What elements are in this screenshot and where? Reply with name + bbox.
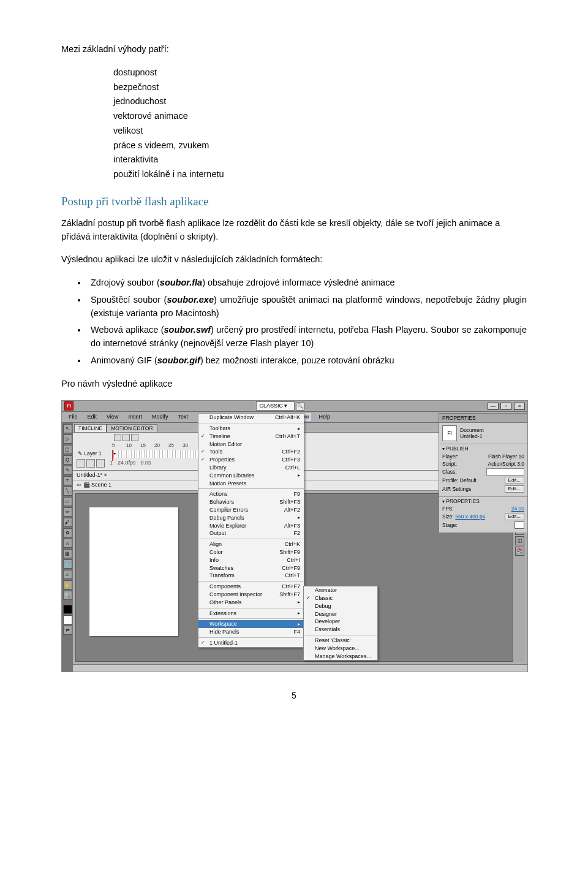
menu-item-tools[interactable]: ToolsCtrl+F2	[198, 448, 304, 456]
current-frame: 1	[110, 460, 113, 466]
menu-item-properties[interactable]: PropertiesCtrl+F3	[198, 456, 304, 464]
menu-item-actions[interactable]: ActionsF9	[198, 490, 304, 498]
menu-item-movie-explorer[interactable]: Movie ExplorerAlt+F3	[198, 522, 304, 530]
advantages-list: dostupnost bezpečnost jednoduchost vekto…	[113, 66, 527, 181]
menu-item-swatches[interactable]: SwatchesCtrl+F9	[198, 564, 304, 572]
fps-value[interactable]: 24.00	[511, 506, 524, 512]
menu-item-components[interactable]: ComponentsCtrl+F7	[198, 583, 304, 591]
lock-icon[interactable]	[123, 434, 130, 441]
text-tool-icon[interactable]: T	[63, 476, 72, 485]
tab-motion-editor[interactable]: MOTION EDITOR	[107, 424, 157, 432]
stroke-color-swatch[interactable]	[63, 605, 72, 614]
fill-color-swatch[interactable]	[63, 615, 72, 624]
eraser-tool-icon[interactable]: ▱	[63, 570, 72, 579]
delete-layer-icon[interactable]	[96, 459, 105, 468]
menu-modify[interactable]: Modify	[150, 413, 170, 421]
workspace-option-classic[interactable]: Classic	[304, 594, 377, 602]
new-folder-icon[interactable]	[86, 459, 95, 468]
line-tool-icon[interactable]: ╲	[63, 487, 72, 496]
menu-help[interactable]: Help	[317, 413, 333, 421]
layer-name[interactable]: ✎ Layer 1	[75, 450, 113, 457]
edit-size-button[interactable]: Edit...	[505, 513, 524, 520]
menu-item-behaviors[interactable]: BehaviorsShift+F3	[198, 498, 304, 506]
eyedropper-tool-icon[interactable]: 💧	[63, 559, 72, 569]
format-item-exe: Spouštěcí soubor (soubor.exe) umožňuje s…	[87, 294, 527, 320]
menu-item-other-panels[interactable]: Other Panels▸	[198, 599, 304, 607]
workspace-option-developer[interactable]: Developer	[304, 618, 377, 626]
menu-item-component-inspector[interactable]: Component InspectorShift+F7	[198, 591, 304, 599]
size-value[interactable]: 550 x 400 px	[455, 514, 485, 520]
deco-tool-icon[interactable]: ✿	[63, 528, 72, 537]
menu-text[interactable]: Text	[176, 413, 190, 421]
properties-section[interactable]: PROPERTIES	[442, 498, 524, 505]
outline-icon[interactable]	[131, 434, 138, 441]
menu-item-workspace[interactable]: Workspace▸	[198, 620, 304, 628]
class-input[interactable]	[486, 468, 524, 476]
menu-item-1-untitled-1[interactable]: 1 Untitled-1	[198, 639, 304, 647]
hand-tool-icon[interactable]: ✋	[63, 580, 72, 589]
lasso-tool-icon[interactable]: Ϙ	[63, 455, 72, 464]
advantage-item: bezpečnost	[113, 81, 527, 94]
menu-item-align[interactable]: AlignCtrl+K	[198, 540, 304, 548]
free-transform-icon[interactable]: ◫	[63, 445, 72, 454]
menu-item-color[interactable]: ColorShift+F9	[198, 548, 304, 556]
new-layer-icon[interactable]	[77, 459, 85, 468]
selection-tool-icon[interactable]: ↖	[63, 424, 72, 433]
menu-item-library[interactable]: LibraryCtrl+L	[198, 464, 304, 472]
canvas[interactable]	[89, 507, 178, 636]
formats-list: Zdrojový soubor (soubor.fla) obsahuje zd…	[61, 276, 527, 368]
workspace-option-animator[interactable]: Animator	[304, 586, 377, 594]
intro-line: Mezi základní výhody patří:	[61, 43, 527, 56]
menu-item-toolbars[interactable]: Toolbars▸	[198, 425, 304, 433]
swap-colors-icon[interactable]: ⇄	[63, 626, 72, 635]
bone-tool-icon[interactable]: ⎌	[63, 539, 72, 548]
workspace-select[interactable]: CLASSIC ▾	[256, 401, 294, 411]
horizontal-scrollbar[interactable]	[73, 664, 527, 672]
restore-button[interactable]: ▫	[500, 403, 511, 410]
menu-insert[interactable]: Insert	[126, 413, 144, 421]
menu-item-common-libraries[interactable]: Common Libraries▸	[198, 472, 304, 480]
tools-panel: ↖ ▷ ◫ Ϙ ✎ T ╲ ▭ ✏ 🖌 ✿ ⎌ ▦ 💧 ▱ ✋ 🔍 ⇄	[62, 423, 73, 672]
close-button[interactable]: ×	[514, 403, 525, 410]
workspace-option-reset-classic-[interactable]: Reset 'Classic'	[304, 637, 377, 645]
menu-item-hide-panels[interactable]: Hide PanelsF4	[198, 628, 304, 636]
menu-item-debug-panels[interactable]: Debug Panels▸	[198, 514, 304, 522]
menu-item-info[interactable]: InfoCtrl+I	[198, 556, 304, 564]
pencil-tool-icon[interactable]: ✏	[63, 507, 72, 517]
transform-panel-icon[interactable]: ◫	[515, 536, 524, 545]
panel-title: PROPERTIES	[439, 414, 527, 423]
menu-item-timeline[interactable]: TimelineCtrl+Alt+T	[198, 433, 304, 441]
paragraph-formats-intro: Výslednou aplikaci lze uložit v následuj…	[61, 253, 527, 267]
menu-item-motion-editor[interactable]: Motion Editor	[198, 441, 304, 449]
rectangle-tool-icon[interactable]: ▭	[63, 497, 72, 506]
library-panel-icon[interactable]: 📚	[515, 547, 524, 556]
menu-edit[interactable]: Edit	[86, 413, 99, 421]
show-hide-icon[interactable]	[114, 434, 121, 441]
zoom-tool-icon[interactable]: 🔍	[63, 591, 72, 600]
subselect-tool-icon[interactable]: ▷	[63, 434, 72, 444]
menu-item-extensions[interactable]: Extensions▸	[198, 610, 304, 618]
workspace-option-new-workspace-[interactable]: New Workspace...	[304, 645, 377, 653]
search-icon[interactable]: 🔍	[296, 402, 304, 411]
edit-air-button[interactable]: Edit...	[505, 485, 524, 493]
minimize-button[interactable]: —	[488, 403, 499, 410]
menu-item-output[interactable]: OutputF2	[198, 529, 304, 537]
menu-item-transform[interactable]: TransformCtrl+T	[198, 572, 304, 580]
paintbucket-tool-icon[interactable]: ▦	[63, 549, 72, 558]
workspace-option-designer[interactable]: Designer	[304, 610, 377, 618]
workspace-option-essentials[interactable]: Essentials	[304, 626, 377, 634]
brush-tool-icon[interactable]: 🖌	[63, 518, 72, 527]
edit-profile-button[interactable]: Edit...	[505, 477, 524, 484]
pen-tool-icon[interactable]: ✎	[63, 466, 72, 475]
stage-color-swatch[interactable]	[514, 521, 524, 529]
tab-timeline[interactable]: TIMELINE	[74, 424, 107, 432]
menu-item-motion-presets[interactable]: Motion Presets	[198, 480, 304, 488]
publish-section[interactable]: PUBLISH	[442, 445, 524, 452]
workspace-option-debug[interactable]: Debug	[304, 602, 377, 610]
scene-label[interactable]: ⇦ 🎬 Scene 1	[77, 482, 111, 488]
menu-item-compiler-errors[interactable]: Compiler ErrorsAlt+F2	[198, 506, 304, 514]
menu-file[interactable]: File	[67, 413, 80, 421]
workspace-option-manage-workspaces-[interactable]: Manage Workspaces...	[304, 653, 377, 661]
menu-item-duplicate-window[interactable]: Duplicate WindowCtrl+Alt+K	[198, 414, 304, 422]
menu-view[interactable]: View	[105, 413, 120, 421]
